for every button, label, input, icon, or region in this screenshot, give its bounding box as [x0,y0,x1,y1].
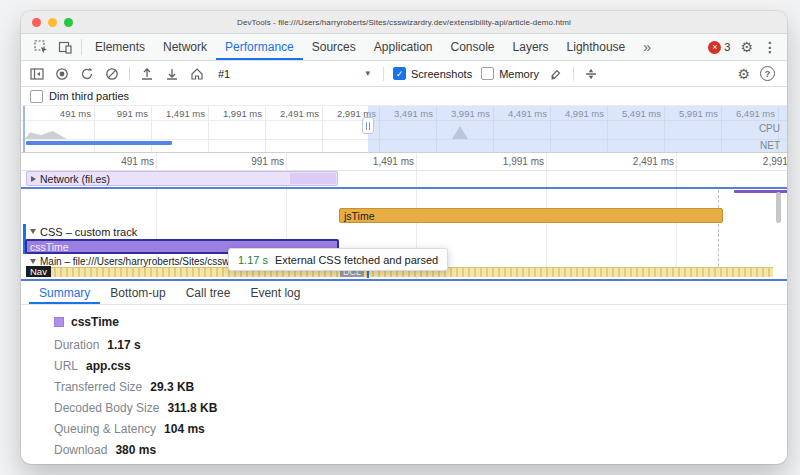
event-tooltip: 1.17 s External CSS fetched and parsed [228,248,448,271]
summary-row: Transferred Size 29.3 KB [54,380,787,394]
screenshots-checkbox[interactable]: ✓ [393,67,406,80]
tab-layers[interactable]: Layers [504,34,558,60]
disclosure-triangle-icon[interactable] [30,229,36,234]
jstime-event-bar[interactable]: jsTime [339,208,723,223]
tab-elements[interactable]: Elements [86,34,154,60]
close-window-button[interactable] [32,18,41,27]
error-count: 3 [724,41,730,53]
screenshots-checkbox-row[interactable]: ✓ Screenshots [393,67,472,80]
capture-settings-gear-icon[interactable]: ⚙ [737,67,750,81]
disclosure-triangle-icon[interactable] [30,259,36,264]
toolbar-separator [573,67,574,81]
traffic-lights [32,18,73,27]
tabbar-separator [81,39,82,55]
summary-row: Download 380 ms [54,443,787,457]
summary-row: Duration 1.17 s [54,338,787,352]
window-right-handle[interactable] [362,117,374,134]
jstime-label: jsTime [344,210,375,222]
network-track-row[interactable]: Network (fil.es) [26,171,338,186]
detail-tick: 1,491 ms [342,156,414,167]
summary-panel: cssTime Duration 1.17 s URL app.css Tran… [21,305,787,457]
detail-tick: 2,491 ms [602,156,674,167]
summary-row: Decoded Body Size 311.8 KB [54,401,787,415]
summary-row-value: app.css [86,359,131,373]
summary-row: URL app.css [54,359,787,373]
summary-row-value: 29.3 KB [150,380,194,394]
tab-sources[interactable]: Sources [303,34,365,60]
detail-tick: 1,991 ms [472,156,544,167]
settings-gear-icon[interactable]: ⚙ [740,40,753,54]
load-marker-line [718,190,719,276]
collapse-tracks-icon[interactable] [583,66,599,82]
nav-marker-badge: Nav [26,266,51,277]
tab-application[interactable]: Application [365,34,442,60]
summary-row: Queuing & Latency 104 ms [54,422,787,436]
network-track-resizer[interactable] [21,187,787,189]
disclosure-triangle-icon[interactable] [31,176,36,182]
net-lane-label: NET [760,140,780,151]
overview-unselected-shade [368,106,787,152]
tab-call-tree[interactable]: Call tree [176,281,241,304]
overview-network-bar [26,141,172,145]
toggle-sidebar-icon[interactable] [29,66,45,82]
minimize-window-button[interactable] [48,18,57,27]
zoom-window-button[interactable] [64,18,73,27]
device-toolbar-icon[interactable] [53,34,77,60]
summary-row-label: URL [54,359,78,373]
inspect-element-icon[interactable] [29,34,53,60]
tab-network[interactable]: Network [154,34,216,60]
garbage-collect-icon[interactable] [548,66,564,82]
tab-bottom-up[interactable]: Bottom-up [100,281,175,304]
load-profile-icon[interactable] [139,66,155,82]
help-icon[interactable]: ? [760,66,775,81]
summary-title-row: cssTime [54,315,787,329]
kebab-menu-icon[interactable]: ⋮ [763,40,777,54]
clear-icon[interactable] [104,66,120,82]
toolbar-separator [383,67,384,81]
tab-summary[interactable]: Summary [29,281,100,304]
error-count-badge[interactable]: × 3 [708,41,730,54]
csstime-label: cssTime [30,241,69,253]
network-request-segment [290,173,336,184]
recording-select-value: #1 [218,68,230,80]
flame-chart[interactable]: 491 ms 991 ms 1,491 ms 1,991 ms 2,491 ms… [21,153,787,279]
tab-lighthouse[interactable]: Lighthouse [558,34,635,60]
recording-select[interactable]: #1 ▾ [214,68,374,80]
summary-row-value: 104 ms [164,422,205,436]
tab-console[interactable]: Console [442,34,504,60]
summary-row-value: 380 ms [115,443,156,457]
tab-event-log[interactable]: Event log [240,281,310,304]
titlebar: DevTools - file:///Users/harryroberts/Si… [21,11,787,34]
more-tabs-chevron-icon[interactable]: » [634,34,660,60]
overview-tick: 1,991 ms [208,108,262,119]
tooltip-duration: 1.17 s [238,254,268,266]
summary-event-name: cssTime [71,315,119,329]
record-button-icon[interactable] [54,66,70,82]
detail-tick: 991 ms [212,156,284,167]
memory-checkbox-row[interactable]: Memory [481,67,539,80]
screenshots-label: Screenshots [411,68,472,80]
memory-checkbox[interactable] [481,67,494,80]
cpu-lane-label: CPU [759,123,780,134]
save-profile-icon[interactable] [164,66,180,82]
dim-third-parties-checkbox[interactable] [30,90,43,103]
event-color-swatch-icon [54,317,64,327]
overview-tick: 991 ms [94,108,148,119]
css-custom-track-header[interactable]: CSS – custom track [30,225,137,238]
summary-row-value: 1.17 s [107,338,140,352]
window-left-handle[interactable] [23,106,25,152]
summary-row-label: Download [54,443,107,457]
timeline-overview[interactable]: 491 ms 991 ms 1,491 ms 1,991 ms 2,491 ms… [21,106,787,153]
tab-performance[interactable]: Performance [216,34,303,60]
summary-row-label: Queuing & Latency [54,422,156,436]
details-tabbar: Summary Bottom-up Call tree Event log [21,281,787,305]
overview-tick: 1,491 ms [151,108,205,119]
css-track-label: CSS – custom track [40,226,137,238]
home-icon[interactable] [189,66,205,82]
toolbar-separator [129,67,130,81]
reload-record-icon[interactable] [79,66,95,82]
dim-third-parties-label: Dim third parties [49,90,129,102]
performance-toolbar: #1 ▾ ✓ Screenshots Memory ⚙ ? [21,61,787,87]
summary-row-value: 311.8 KB [167,401,217,415]
vertical-scrollbar[interactable] [776,192,781,223]
